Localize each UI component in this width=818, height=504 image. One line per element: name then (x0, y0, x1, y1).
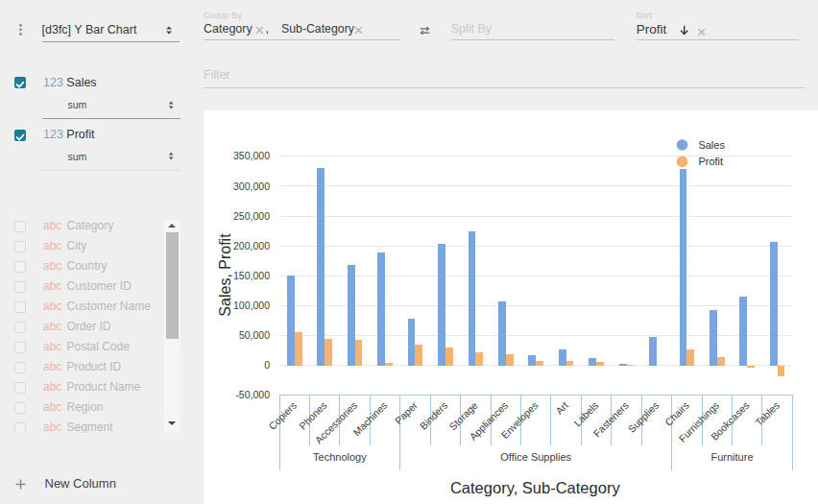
svg-text:Chairs: Chairs (662, 399, 691, 428)
svg-text:Art: Art (553, 399, 570, 417)
svg-text:Furniture: Furniture (710, 451, 753, 463)
svg-text:Profit: Profit (698, 156, 723, 167)
svg-text:Binders: Binders (418, 399, 450, 432)
svg-text:Labels: Labels (571, 399, 600, 428)
svg-text:300,000: 300,000 (233, 180, 270, 192)
svg-text:150,000: 150,000 (233, 270, 270, 281)
svg-text:Category, Sub-Category: Category, Sub-Category (450, 479, 620, 496)
svg-text:100,000: 100,000 (233, 300, 270, 311)
svg-text:Copiers: Copiers (266, 399, 299, 432)
svg-text:250,000: 250,000 (233, 210, 270, 222)
svg-text:Sales, Profit: Sales, Profit (217, 233, 233, 317)
svg-text:50,000: 50,000 (239, 329, 270, 341)
svg-text:Office Supplies: Office Supplies (500, 451, 571, 463)
svg-text:Tables: Tables (753, 399, 782, 428)
svg-text:Supplies: Supplies (625, 399, 661, 435)
svg-text:-50,000: -50,000 (235, 389, 270, 400)
svg-text:350,000: 350,000 (233, 150, 270, 161)
svg-text:Technology: Technology (313, 451, 367, 463)
svg-text:Sales: Sales (698, 139, 725, 151)
svg-text:0: 0 (264, 359, 270, 371)
svg-text:Paper: Paper (393, 399, 421, 427)
svg-text:200,000: 200,000 (233, 240, 270, 252)
